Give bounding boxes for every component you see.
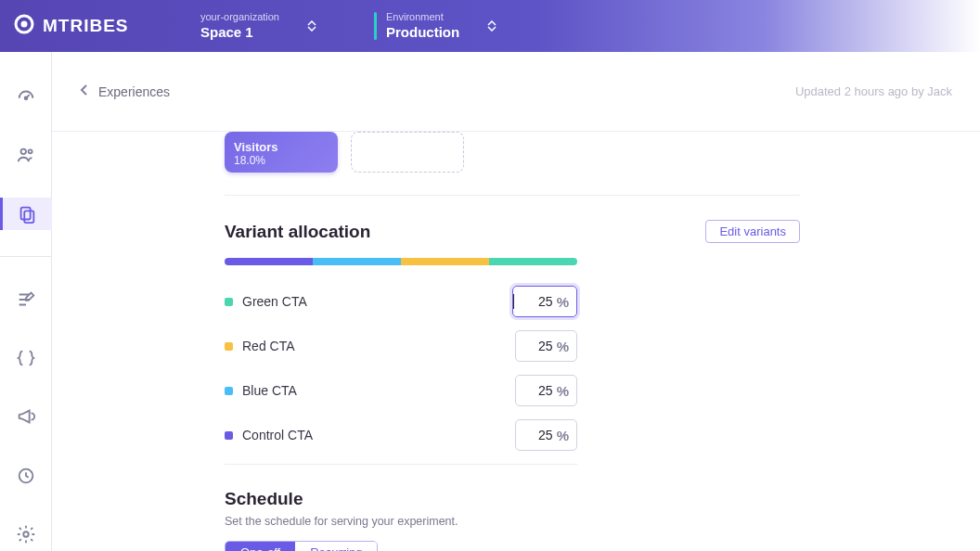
rail-audience[interactable] <box>0 138 52 171</box>
variant-row: Blue CTA % <box>225 375 577 406</box>
variant-percent-field[interactable] <box>516 294 557 309</box>
variant-label: Control CTA <box>242 428 313 442</box>
variant-percent-field[interactable] <box>516 428 557 442</box>
variant-percent-field[interactable] <box>516 339 557 353</box>
variant-swatch <box>225 342 233 351</box>
left-rail <box>0 52 52 551</box>
percent-icon: % <box>557 294 569 310</box>
rail-clock[interactable] <box>0 459 52 492</box>
svg-rect-6 <box>24 211 33 223</box>
org-selector[interactable]: your-organization Space 1 <box>186 11 331 40</box>
org-label: your-organization <box>200 11 279 23</box>
allocation-segment <box>313 258 401 265</box>
chevron-left-icon <box>80 83 89 99</box>
updated-text: Updated 2 hours ago by Jack <box>795 84 952 98</box>
variant-percent-input[interactable]: % <box>515 375 577 406</box>
breadcrumb: Experiences Updated 2 hours ago by Jack <box>52 52 980 132</box>
edit-variants-button[interactable]: Edit variants <box>705 220 800 243</box>
variant-percent-input[interactable]: % <box>515 419 577 451</box>
schedule-option-one-off[interactable]: One-off <box>226 542 295 551</box>
org-value: Space 1 <box>200 24 279 41</box>
visitors-card[interactable]: Visitors 18.0% <box>225 132 338 173</box>
svg-point-8 <box>23 532 29 538</box>
brand-name: MTRIBES <box>43 16 129 36</box>
rail-settings[interactable] <box>0 519 52 551</box>
rail-dashboard[interactable] <box>0 80 52 112</box>
variant-swatch <box>225 431 233 440</box>
variant-allocation-section: Variant allocation Edit variants Green C… <box>225 196 800 465</box>
allocation-segment <box>489 258 577 265</box>
env-selector[interactable]: Environment Production <box>359 11 511 40</box>
variant-label: Blue CTA <box>242 383 297 398</box>
chevron-updown-icon <box>487 20 496 32</box>
breadcrumb-label: Experiences <box>98 84 170 99</box>
percent-icon: % <box>557 339 569 354</box>
svg-point-3 <box>20 149 26 155</box>
rail-announce[interactable] <box>0 401 52 433</box>
top-bar: MTRIBES your-organization Space 1 Enviro… <box>0 0 980 52</box>
variant-row: Green CTA % <box>225 286 577 317</box>
audience-cards-row: Visitors 18.0% <box>225 132 800 196</box>
env-accent-bar <box>374 12 377 40</box>
variant-swatch <box>225 298 233 306</box>
chevron-updown-icon <box>307 20 316 32</box>
percent-icon: % <box>557 383 569 399</box>
rail-forms[interactable] <box>0 283 52 315</box>
schedule-option-recurring[interactable]: Recurring <box>295 542 377 551</box>
brand-mark-icon <box>13 13 35 39</box>
schedule-title: Schedule <box>225 489 800 509</box>
variant-row: Red CTA % <box>225 330 577 362</box>
svg-point-4 <box>28 149 32 153</box>
variant-percent-field[interactable] <box>516 383 557 398</box>
percent-icon: % <box>557 428 569 443</box>
back-to-experiences[interactable]: Experiences <box>80 83 170 99</box>
visitors-value: 18.0% <box>234 154 329 167</box>
visitors-title: Visitors <box>234 140 329 154</box>
brand-logo: MTRIBES <box>0 13 186 39</box>
variant-percent-input[interactable]: % <box>512 286 577 317</box>
add-audience-placeholder[interactable] <box>351 132 464 173</box>
schedule-description: Set the schedule for serving your experi… <box>225 515 800 528</box>
env-value: Production <box>386 24 459 41</box>
svg-rect-5 <box>21 207 31 219</box>
rail-code[interactable] <box>0 341 52 374</box>
allocation-bar <box>225 258 577 265</box>
variant-allocation-title: Variant allocation <box>225 222 370 242</box>
allocation-segment <box>401 258 489 265</box>
svg-point-1 <box>21 21 28 28</box>
variant-label: Red CTA <box>242 339 295 353</box>
variant-row: Control CTA % <box>225 419 577 451</box>
schedule-toggle: One-offRecurring <box>225 541 378 551</box>
env-label: Environment <box>386 11 459 23</box>
variant-label: Green CTA <box>242 294 307 309</box>
schedule-section: Schedule Set the schedule for serving yo… <box>225 489 800 551</box>
rail-experiences[interactable] <box>0 198 52 230</box>
allocation-segment <box>225 258 313 265</box>
variant-percent-input[interactable]: % <box>515 330 577 362</box>
variant-swatch <box>225 387 233 395</box>
section-divider <box>225 464 577 465</box>
